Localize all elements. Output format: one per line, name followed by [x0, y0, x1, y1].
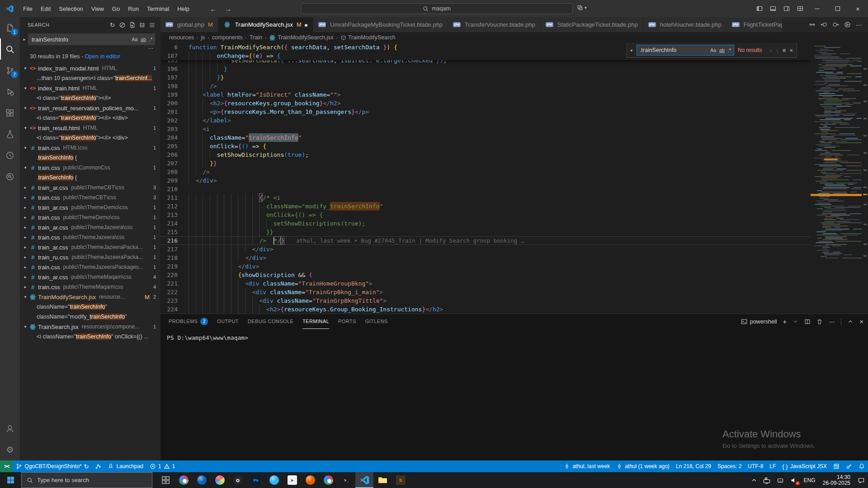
search-result-file[interactable]: ▾#train.cssHTML\css1	[20, 143, 160, 153]
action-center-icon[interactable]	[854, 472, 868, 488]
search-result-file[interactable]: ▸#train.csspublic\ThemeDemo\css1	[20, 212, 160, 222]
tab-dirty-icon[interactable]: ●	[304, 21, 308, 28]
tab-StaticPackageTicket.blade.php[interactable]: phpStaticPackageTicket.blade.php	[541, 17, 643, 32]
status-item[interactable]: Launchpad	[104, 460, 146, 472]
language-indicator[interactable]: ENG	[801, 472, 819, 488]
search-result-match[interactable]: .trainSerchInfo {	[20, 173, 160, 183]
activity-gitlens-inspect-icon[interactable]	[0, 145, 20, 166]
code-line[interactable]: 202</label>	[160, 116, 811, 125]
chevron-down-icon[interactable]: ▾	[22, 165, 29, 170]
chevron-right-icon[interactable]: ▸	[22, 275, 29, 279]
tab-hotelVoucher.blade.php[interactable]: phphotelVoucher.blade.php	[643, 17, 727, 32]
find-next-icon[interactable]: ↓	[776, 47, 779, 54]
chevron-right-icon[interactable]: ▸	[22, 185, 29, 190]
search-result-match[interactable]: <i className="trainSerchInfo" onClick={(…	[20, 332, 160, 342]
menu-file[interactable]: File	[19, 0, 37, 17]
search-result-file[interactable]: ▸#train.csspublic\ThemeJazeera\css1	[20, 232, 160, 242]
code-line[interactable]: 215}}	[160, 228, 811, 236]
breadcrumb-item[interactable]: Train	[250, 34, 262, 41]
code-line[interactable]: 213onClick={() => {	[160, 211, 811, 219]
find-previous-icon[interactable]: ↑	[769, 47, 773, 54]
search-result-file[interactable]: ▾#train.csspublic\CommonCss1	[20, 163, 160, 173]
tab-FlightTicketPag[interactable]: phpFlightTicketPag	[727, 17, 782, 32]
minimap[interactable]	[811, 43, 862, 314]
search-result-match[interactable]: .trainSerchInfo {	[20, 153, 160, 163]
chevron-right-icon[interactable]: ▸	[22, 215, 29, 220]
tab-global.php[interactable]: phpglobal.phpM	[160, 17, 218, 32]
kill-terminal-icon[interactable]	[816, 319, 823, 325]
toggle-panel-icon[interactable]	[766, 5, 780, 12]
code-line[interactable]: 197}}	[160, 73, 811, 82]
run-file-icon[interactable]	[844, 21, 851, 28]
nav-back-icon[interactable]: ←	[210, 5, 217, 13]
minimize-button[interactable]	[807, 0, 827, 17]
search-result-match[interactable]: className="modify_trainSerchInfo"	[20, 312, 160, 322]
toggle-replace-icon[interactable]: ▸	[21, 33, 28, 45]
taskbar-app-edge[interactable]	[193, 472, 211, 488]
panel-tab-problems[interactable]: PROBLEMS2	[169, 314, 208, 329]
code-line[interactable]: 223<div className="TrainGrpBkngTittle">	[160, 296, 811, 305]
start-button[interactable]	[0, 472, 21, 488]
find-input[interactable]: .trainSerchInfo Aa ab .*	[637, 45, 734, 56]
search-result-file[interactable]: ▸#train_ru.csspublic\ThemeJazeeraPacka..…	[20, 252, 160, 262]
terminal-dropdown-icon[interactable]	[793, 319, 798, 324]
activity-account-icon[interactable]	[0, 418, 20, 439]
customize-layout-icon[interactable]	[793, 5, 807, 12]
taskbar-app-photos[interactable]	[211, 472, 229, 488]
taskbar-app-chrome[interactable]	[175, 472, 193, 488]
taskbar-app-skype[interactable]	[265, 472, 283, 488]
status-item[interactable]	[843, 460, 855, 472]
code-line[interactable]: 210	[160, 185, 811, 193]
code-line[interactable]: 207}}	[160, 159, 811, 168]
previous-change-icon[interactable]	[821, 21, 827, 28]
status-item[interactable]: QgoCBT/DesignShinto*↻	[13, 460, 92, 472]
search-result-file[interactable]: ▾<>train_result_reservation_policies_mo.…	[20, 103, 160, 113]
close-panel-icon[interactable]: ×	[859, 318, 863, 325]
collapse-all-icon[interactable]: ⊟	[137, 20, 147, 30]
tab-UmrahPackageMyBookingTicket.blade.php[interactable]: phpUmrahPackageMyBookingTicket.blade.php	[313, 17, 448, 32]
panel-tab-output[interactable]: OUTPUT	[217, 314, 239, 329]
code-line[interactable]: 196}	[160, 65, 811, 73]
taskbar-app-task-view[interactable]	[156, 472, 175, 488]
chevron-down-icon[interactable]: ▾	[22, 324, 29, 329]
nav-forward-icon[interactable]: →	[225, 5, 231, 13]
find-whole-word-icon[interactable]: ab	[718, 47, 726, 54]
toggle-sidebar-icon[interactable]	[753, 5, 766, 12]
panel-tab-terminal[interactable]: TERMINAL	[302, 314, 329, 329]
restore-button[interactable]	[827, 0, 848, 17]
panel-tab-gitlens[interactable]: GITLENS	[365, 314, 388, 329]
copilot-menu-icon[interactable]: ▾	[577, 5, 587, 11]
activity-gitlens-icon[interactable]	[0, 166, 20, 187]
search-result-match[interactable]: ...than 10 passengers<i class="trainSerc…	[20, 73, 160, 83]
chevron-right-icon[interactable]: ▸	[22, 205, 29, 210]
activity-explorer-icon[interactable]: 1	[0, 17, 20, 38]
find-in-selection-icon[interactable]: ≡	[783, 47, 786, 54]
panel-tab-debug-console[interactable]: DEBUG CONSOLE	[248, 314, 293, 329]
menu-terminal[interactable]: Terminal	[143, 0, 173, 17]
chevron-right-icon[interactable]: ▸	[22, 285, 29, 289]
status-item[interactable]: Ln 216, Col 29	[673, 460, 714, 472]
view-as-tree-icon[interactable]	[147, 20, 157, 30]
breadcrumb-item[interactable]: TrainModifySearch.jsx	[269, 34, 333, 41]
chevron-down-icon[interactable]: ▾	[22, 86, 29, 90]
volume-muted-icon[interactable]: ×	[787, 472, 801, 488]
code-line[interactable]: 222<div className="TrainGrpBkng_i_main">	[160, 288, 811, 296]
search-result-file[interactable]: ▸#train_ar.csspublic\ThemeJazeera\css1	[20, 222, 160, 232]
taskbar-app-explorer[interactable]	[373, 472, 392, 488]
status-item[interactable]: 11	[146, 460, 178, 472]
code-line[interactable]: 218</div>	[160, 253, 811, 262]
search-result-match[interactable]: className="trainSerchInfo"	[20, 302, 160, 312]
taskbar-app-cmd[interactable]: >_	[337, 472, 355, 488]
status-item[interactable]: athul (1 week ago)	[613, 460, 673, 472]
next-change-icon[interactable]	[832, 21, 839, 28]
refresh-icon[interactable]: ↻	[108, 20, 117, 30]
search-result-file[interactable]: ▸#train.csspublic\ThemeCBT\css3	[20, 192, 160, 202]
touch-keyboard-icon[interactable]	[774, 472, 787, 488]
activity-extensions-icon[interactable]	[0, 102, 20, 123]
clock[interactable]: 14:30 26-09-2025	[819, 472, 854, 488]
search-result-file[interactable]: ▸#train_ar.csspublic\ThemeCBT\css3	[20, 183, 160, 192]
search-result-file[interactable]: ▸#train_ar.csspublic\ThemeDemo\css1	[20, 202, 160, 212]
taskbar-app-maps[interactable]: ➤	[283, 472, 301, 488]
search-result-match[interactable]: <i class="trainSerchInfo"></i> </div>	[20, 113, 160, 123]
chevron-right-icon[interactable]: ▸	[22, 225, 29, 230]
